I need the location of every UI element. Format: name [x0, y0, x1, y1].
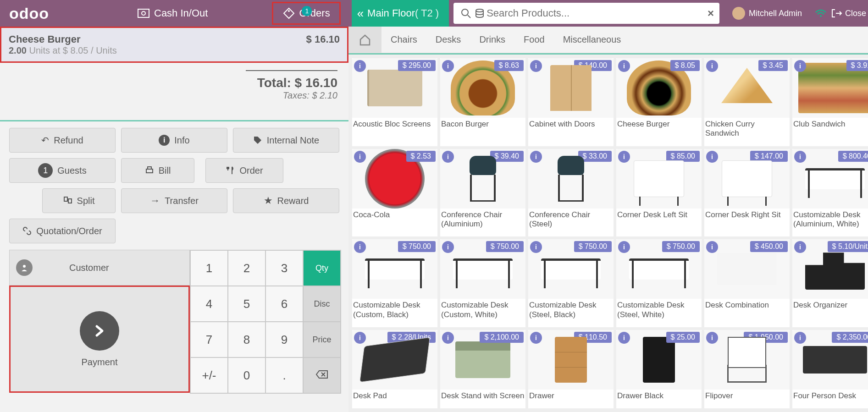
info-icon[interactable]: i: [794, 241, 806, 253]
svg-rect-9: [64, 197, 67, 201]
split-button[interactable]: Split: [42, 188, 116, 213]
product-card[interactable]: i $ 8.05 Cheese Burger: [616, 58, 702, 146]
numpad-disc[interactable]: Disc: [303, 286, 341, 322]
transfer-button[interactable]: →Transfer: [121, 188, 227, 213]
close-button[interactable]: Close: [831, 9, 868, 18]
category-desks[interactable]: Desks: [426, 27, 470, 53]
payment-button[interactable]: Payment: [9, 286, 190, 393]
product-card[interactable]: i $ 450.00 Desk Combination: [704, 239, 790, 327]
clear-search-icon[interactable]: ×: [708, 7, 714, 20]
search-wrap[interactable]: ×: [453, 3, 719, 24]
info-icon[interactable]: i: [530, 332, 542, 344]
info-icon[interactable]: i: [354, 332, 366, 344]
category-miscellaneous[interactable]: Miscellaneous: [554, 27, 630, 53]
person-icon: [16, 259, 33, 276]
info-icon[interactable]: i: [794, 151, 806, 163]
info-icon[interactable]: i: [618, 151, 630, 163]
product-image: [719, 337, 774, 383]
info-icon[interactable]: i: [354, 151, 366, 163]
info-icon[interactable]: i: [354, 241, 366, 253]
product-name: Customizable Desk (Aluminium, White): [792, 209, 868, 231]
numpad-6[interactable]: 6: [265, 286, 303, 322]
category-chairs[interactable]: Chairs: [381, 27, 426, 53]
info-icon[interactable]: i: [706, 241, 718, 253]
avatar: [732, 7, 745, 20]
floor-button[interactable]: « Main Floor ( T2 ): [352, 0, 449, 27]
home-category[interactable]: [348, 27, 381, 53]
product-card[interactable]: i $ 750.00 Customizable Desk (Steel, Bla…: [528, 239, 614, 327]
info-icon[interactable]: i: [618, 332, 630, 344]
info-icon[interactable]: i: [618, 60, 630, 72]
product-card[interactable]: i $ 750.00 Customizable Desk (Custom, Bl…: [352, 239, 437, 327]
user-menu[interactable]: Mitchell Admin: [724, 7, 810, 20]
product-card[interactable]: i $ 750.00 Customizable Desk (Custom, Wh…: [440, 239, 525, 327]
info-icon[interactable]: i: [794, 332, 806, 344]
product-card[interactable]: i $ 3.45 Chicken Curry Sandwich: [704, 58, 790, 146]
info-icon[interactable]: i: [442, 332, 454, 344]
product-card[interactable]: i $ 800.40 Customizable Desk (Aluminium,…: [792, 149, 868, 237]
info-icon[interactable]: i: [530, 241, 542, 253]
numpad-8[interactable]: 8: [228, 322, 265, 357]
product-card[interactable]: i $ 2.53 Coca-Cola: [352, 149, 437, 237]
info-icon[interactable]: i: [530, 151, 542, 163]
product-card[interactable]: i $ 8.63 Bacon Burger: [440, 58, 525, 146]
product-card[interactable]: i $ 2.28/Units Desk Pad: [352, 330, 437, 408]
product-card[interactable]: i $ 3.91 Club Sandwich: [792, 58, 868, 146]
numpad-5[interactable]: 5: [228, 286, 265, 322]
info-icon: i: [159, 135, 170, 146]
reward-button[interactable]: ★Reward: [233, 188, 339, 213]
product-card[interactable]: i $ 140.00 Cabinet with Doors: [528, 58, 614, 146]
numpad-3[interactable]: 3: [265, 250, 303, 286]
info-icon[interactable]: i: [706, 332, 718, 344]
info-icon[interactable]: i: [530, 60, 542, 72]
refund-button[interactable]: ↶Refund: [9, 128, 116, 153]
info-icon[interactable]: i: [442, 60, 454, 72]
product-name: Cabinet with Doors: [528, 118, 614, 131]
info-button[interactable]: iInfo: [121, 128, 227, 153]
info-icon[interactable]: i: [442, 241, 454, 253]
search-input[interactable]: [487, 7, 708, 19]
category-drinks[interactable]: Drinks: [470, 27, 514, 53]
guests-button[interactable]: 1Guests: [9, 158, 116, 183]
product-card[interactable]: i $ 85.00 Corner Desk Left Sit: [616, 149, 702, 237]
product-price: $ 3.91: [846, 60, 868, 71]
info-icon[interactable]: i: [706, 60, 718, 72]
info-icon[interactable]: i: [354, 60, 366, 72]
orders-button[interactable]: 1 Orders: [272, 2, 340, 25]
product-card[interactable]: i $ 147.00 Corner Desk Right Sit: [704, 149, 790, 237]
category-food[interactable]: Food: [514, 27, 554, 53]
product-card[interactable]: i $ 5.10/Units Desk Organizer: [792, 239, 868, 327]
numpad-price[interactable]: Price: [303, 322, 341, 357]
info-icon[interactable]: i: [618, 241, 630, 253]
numpad-1[interactable]: 1: [190, 250, 228, 286]
cash-label: Cash In/Out: [154, 7, 208, 19]
product-card[interactable]: i $ 2,100.00 Desk Stand with Screen: [440, 330, 525, 408]
info-icon[interactable]: i: [706, 151, 718, 163]
numpad-7[interactable]: 7: [190, 322, 228, 357]
product-card[interactable]: i $ 2,350.00 Four Person Desk: [792, 330, 868, 408]
product-card[interactable]: i $ 39.40 Conference Chair (Aluminium): [440, 149, 525, 237]
info-icon[interactable]: i: [442, 151, 454, 163]
cash-in-out-button[interactable]: Cash In/Out: [92, 7, 208, 19]
product-card[interactable]: i $ 110.50 Drawer: [528, 330, 614, 408]
product-card[interactable]: i $ 25.00 Drawer Black: [616, 330, 702, 408]
customer-button[interactable]: Customer: [9, 250, 190, 286]
numpad-plusminus[interactable]: +/-: [190, 357, 228, 393]
order-button[interactable]: Order: [205, 158, 283, 183]
quotation-button[interactable]: Quotation/Order: [9, 219, 116, 243]
numpad-qty[interactable]: Qty: [303, 250, 341, 286]
numpad-0[interactable]: 0: [228, 357, 265, 393]
numpad-9[interactable]: 9: [265, 322, 303, 357]
numpad-4[interactable]: 4: [190, 286, 228, 322]
numpad-backspace[interactable]: [303, 357, 341, 393]
info-icon[interactable]: i: [794, 60, 806, 72]
product-card[interactable]: i $ 1,950.00 Flipover: [704, 330, 790, 408]
bill-button[interactable]: Bill: [121, 158, 194, 183]
numpad-dot[interactable]: .: [265, 357, 303, 393]
internal-note-button[interactable]: Internal Note: [233, 128, 339, 153]
product-card[interactable]: i $ 295.00 Acoustic Bloc Screens: [352, 58, 437, 146]
numpad-2[interactable]: 2: [228, 250, 265, 286]
product-card[interactable]: i $ 750.00 Customizable Desk (Steel, Whi…: [616, 239, 702, 327]
product-card[interactable]: i $ 33.00 Conference Chair (Steel): [528, 149, 614, 237]
order-line[interactable]: Cheese Burger 2.00 Units at $ 8.05 / Uni…: [0, 27, 348, 63]
